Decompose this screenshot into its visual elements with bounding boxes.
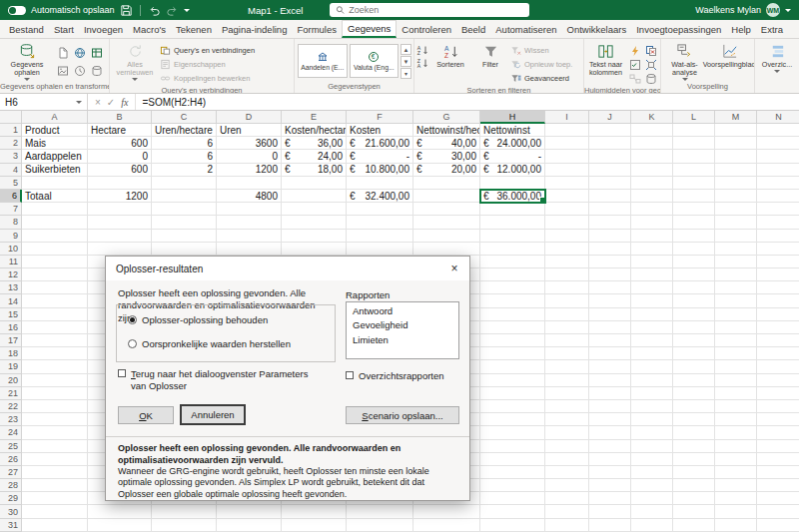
row-header-10[interactable]: 10 — [0, 243, 22, 256]
cell-M25[interactable] — [715, 440, 757, 453]
row-header-3[interactable]: 3 — [0, 150, 22, 163]
gallery-more-icon[interactable]: ▾ — [400, 68, 411, 79]
cell-L23[interactable] — [673, 413, 715, 426]
cell-J11[interactable] — [589, 256, 631, 268]
row-header-6[interactable]: 6 — [0, 190, 22, 203]
cell-E2[interactable]: €36,00 — [282, 137, 347, 150]
cell-L3[interactable] — [673, 150, 715, 163]
cell-N9[interactable] — [757, 230, 799, 243]
cell-H24[interactable] — [480, 426, 545, 439]
avatar[interactable]: WM — [766, 3, 780, 17]
cell-A23[interactable] — [22, 413, 88, 426]
cell-G2[interactable]: €40,00 — [413, 137, 480, 150]
cell-G6[interactable] — [413, 190, 480, 203]
cell-K12[interactable] — [631, 268, 673, 281]
cell-A10[interactable] — [22, 243, 88, 256]
cell-M21[interactable] — [715, 387, 757, 400]
cell-J22[interactable] — [589, 400, 631, 413]
col-header-D[interactable]: D — [217, 111, 282, 124]
cell-L20[interactable] — [673, 374, 715, 387]
cell-M5[interactable] — [715, 177, 757, 190]
manage-data-model-icon[interactable] — [643, 72, 658, 85]
cell-N1[interactable] — [757, 124, 799, 137]
cell-K16[interactable] — [631, 321, 673, 334]
col-header-G[interactable]: G — [413, 111, 480, 124]
cell-J12[interactable] — [589, 268, 631, 281]
cell-A13[interactable] — [22, 281, 88, 294]
cell-N20[interactable] — [757, 374, 799, 387]
cell-H2[interactable]: €24.000,00 — [480, 137, 545, 150]
cell-B8[interactable] — [88, 216, 152, 229]
col-header-F[interactable]: F — [347, 111, 413, 124]
cell-K27[interactable] — [631, 466, 673, 479]
row-header-18[interactable]: 18 — [0, 347, 22, 360]
cell-E3[interactable]: €24,00 — [282, 150, 347, 163]
cell-I2[interactable] — [545, 137, 589, 150]
cell-L6[interactable] — [673, 190, 715, 203]
cell-H7[interactable] — [480, 203, 545, 216]
cell-K1[interactable] — [631, 124, 673, 137]
cell-B2[interactable]: 600 — [88, 137, 152, 150]
cell-I12[interactable] — [545, 268, 589, 281]
restore-original-values-radio[interactable]: Oorspronkelijke waarden herstellen — [128, 338, 291, 349]
queries-connections-button[interactable]: Query's en verbindingen — [158, 44, 257, 57]
cell-F2[interactable]: €21.600,00 — [347, 137, 413, 150]
cell-N28[interactable] — [757, 479, 799, 492]
cell-N5[interactable] — [757, 177, 799, 190]
remove-duplicates-icon[interactable] — [643, 44, 658, 57]
cell-I28[interactable] — [545, 479, 589, 492]
cell-K21[interactable] — [631, 387, 673, 400]
cell-N18[interactable] — [757, 347, 799, 360]
cell-H11[interactable] — [480, 256, 545, 268]
refresh-all-button[interactable]: Alles vernieuwen — [112, 41, 158, 81]
cell-C2[interactable]: 6 — [152, 137, 217, 150]
cell-C1[interactable]: Uren/hectare — [152, 124, 217, 137]
cell-A16[interactable] — [22, 321, 88, 334]
cell-I24[interactable] — [545, 426, 589, 439]
cell-H27[interactable] — [480, 466, 545, 479]
row-header-5[interactable]: 5 — [0, 177, 22, 190]
cell-L17[interactable] — [673, 334, 715, 347]
recent-sources-icon[interactable] — [72, 62, 88, 79]
col-header-B[interactable]: B — [88, 111, 152, 124]
cell-A7[interactable] — [22, 203, 88, 216]
cell-I11[interactable] — [545, 256, 589, 268]
cell-F1[interactable]: Kosten — [347, 124, 413, 137]
cell-N19[interactable] — [757, 360, 799, 373]
cell-N14[interactable] — [757, 294, 799, 307]
undo-icon[interactable] — [148, 4, 161, 17]
cell-G5[interactable] — [413, 177, 480, 190]
col-header-C[interactable]: C — [152, 111, 217, 124]
redo-icon[interactable] — [166, 4, 179, 17]
cell-D3[interactable]: 0 — [217, 150, 282, 163]
get-data-button[interactable]: Gegevens ophalen — [2, 41, 52, 81]
cell-G31[interactable] — [413, 519, 480, 532]
data-validation-icon[interactable] — [627, 58, 642, 71]
cell-J9[interactable] — [589, 230, 631, 243]
cell-H19[interactable] — [480, 360, 545, 373]
cell-H10[interactable] — [480, 243, 545, 256]
cell-H23[interactable] — [480, 413, 545, 426]
cell-A19[interactable] — [22, 360, 88, 373]
cell-C7[interactable] — [152, 203, 217, 216]
row-header-22[interactable]: 22 — [0, 400, 22, 413]
cell-E1[interactable]: Kosten/hectare — [282, 124, 347, 137]
cell-M22[interactable] — [715, 400, 757, 413]
row-header-7[interactable]: 7 — [0, 203, 22, 216]
cell-N25[interactable] — [757, 440, 799, 453]
row-header-16[interactable]: 16 — [0, 321, 22, 334]
cell-A29[interactable] — [22, 492, 88, 505]
cell-C8[interactable] — [152, 216, 217, 229]
cell-K25[interactable] — [631, 440, 673, 453]
cell-I16[interactable] — [545, 321, 589, 334]
cell-K20[interactable] — [631, 374, 673, 387]
cell-J24[interactable] — [589, 426, 631, 439]
cell-B6[interactable]: 1200 — [88, 190, 152, 203]
cell-K24[interactable] — [631, 426, 673, 439]
cell-L14[interactable] — [673, 294, 715, 307]
row-header-19[interactable]: 19 — [0, 360, 22, 373]
cell-L28[interactable] — [673, 479, 715, 492]
cell-M20[interactable] — [715, 374, 757, 387]
row-header-20[interactable]: 20 — [0, 374, 22, 387]
cell-A25[interactable] — [22, 440, 88, 453]
